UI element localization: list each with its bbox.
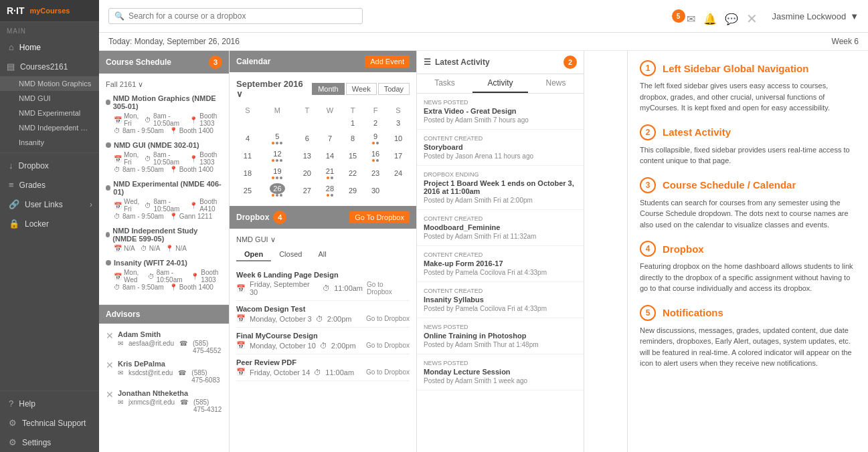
cal-day-cell[interactable]: 30 (364, 182, 387, 199)
calendar-grid: S M T W T F S 12345678910111213 (236, 104, 410, 199)
cal-day-cell[interactable]: 29 (341, 182, 364, 199)
cal-day-cell[interactable]: 24 (387, 164, 410, 182)
cal-month-btn[interactable]: Month (312, 83, 345, 95)
cal-today-btn[interactable]: Today (378, 83, 410, 95)
dropbox-link-3[interactable]: Go to Dropbox (366, 368, 410, 376)
user-info[interactable]: Jasmine Lockwood ▼ (772, 11, 859, 21)
sidebar-course-experimental[interactable]: NMD Experimental (0, 106, 99, 120)
cal-day-cell[interactable]: 11 (236, 147, 259, 164)
cal-day-cell[interactable]: 6 (296, 130, 319, 147)
advisor-email-0: aesfaa@rit.edu (128, 340, 174, 354)
sidebar-settings-label: Settings (22, 438, 51, 447)
cal-week-btn[interactable]: Week (346, 83, 377, 95)
help-title-4: 4 Dropbox (640, 241, 856, 257)
help-title-text-2: Latest Activity (663, 126, 731, 138)
activity-tab-news[interactable]: News (528, 74, 584, 93)
dropbox-course-select[interactable]: NMD GUI ∨ (236, 235, 410, 244)
help-title-1: 1 Left Sidebar Global Navigation (640, 60, 856, 76)
activity-tab-tasks[interactable]: Tasks (417, 74, 472, 93)
cal-day-cell[interactable]: 16 (364, 147, 387, 164)
sidebar-locker-label: Locker (25, 219, 49, 229)
left-sidebar: R·IT myCourses MAIN ⌂ Home ▤ Courses 216… (0, 0, 99, 452)
cal-day-cell[interactable]: 5 (259, 130, 296, 147)
course-loc2-0: 📍Booth 1400 (169, 127, 213, 134)
sidebar-course-insanity[interactable]: Insanity (0, 135, 99, 150)
cal-month-year[interactable]: September 2016 ∨ (236, 79, 312, 99)
help-title-text-5: Notifications (663, 307, 723, 318)
sidebar-course-gui[interactable]: NMD GUI (0, 91, 99, 106)
cal-day-cell[interactable]: 10 (387, 130, 410, 147)
dropbox-tab-all[interactable]: All (310, 248, 334, 261)
help-text-2: This collapsible, fixed sidebar provides… (640, 144, 856, 166)
courses-icon: ▤ (7, 62, 15, 72)
cal-day-cell[interactable]: 1 (341, 116, 364, 130)
dropbox-title: Dropbox (236, 213, 269, 222)
dropbox-item-name-3: Peer Review PDF (236, 358, 410, 366)
semester-dropdown[interactable]: Fall 2161 ∨ (106, 80, 222, 89)
course-days-0: 📅Mon, Fri (114, 112, 139, 127)
user-name: Jasmine Lockwood (772, 11, 847, 21)
step3-bubble: 3 (209, 55, 222, 69)
search-box[interactable]: 🔍 (108, 8, 363, 24)
cal-day-cell[interactable]: 28 (319, 182, 341, 199)
close-nav-icon[interactable]: ✕ (746, 11, 758, 27)
cal-day-cell[interactable]: 13 (296, 147, 319, 164)
dropbox-link-0[interactable]: Go to Dropbox (367, 281, 410, 296)
cal-day-cell[interactable]: 17 (387, 147, 410, 164)
cal-day-cell[interactable]: 3 (387, 116, 410, 130)
cal-day-cell[interactable]: 15 (341, 147, 364, 164)
dropbox-tab-open[interactable]: Open (236, 248, 271, 261)
dropbox-link-2[interactable]: Go to Dropbox (366, 342, 410, 349)
locker-icon: 🔒 (9, 219, 19, 229)
sidebar-item-courses[interactable]: ▤ Courses 2161 (0, 57, 99, 76)
add-event-button[interactable]: Add Event (365, 55, 410, 68)
dropbox-tab-closed[interactable]: Closed (271, 248, 310, 261)
advisors-header: Advisors (99, 305, 229, 324)
cal-day-cell[interactable]: 26 (259, 182, 296, 199)
dropbox-link-1[interactable]: Go to Dropbox (366, 315, 410, 322)
search-input[interactable] (128, 11, 357, 21)
sidebar-item-settings[interactable]: ⚙ Settings (0, 433, 99, 452)
activity-item-4: Content Created Make-up Form 2016-17 Pos… (417, 246, 584, 282)
cal-day-cell[interactable]: 12 (259, 147, 296, 164)
chat-icon[interactable]: 💬 (725, 13, 738, 25)
cal-day-cell[interactable]: 21 (319, 164, 341, 182)
cal-day-cell[interactable]: 14 (319, 147, 341, 164)
cal-day-cell[interactable]: 9 (364, 130, 387, 147)
sidebar-item-home[interactable]: ⌂ Home (0, 37, 99, 57)
help-section-4: 4 Dropbox Featuring dropbox on the home … (640, 241, 856, 294)
sidebar-item-dropbox[interactable]: ↓ Dropbox (0, 156, 99, 175)
go-to-dropbox-button[interactable]: Go To Dropbox (349, 211, 410, 223)
sidebar-item-help[interactable]: ? Help (0, 394, 99, 413)
mail-icon[interactable]: ✉ (687, 13, 695, 25)
cal-day-t1: T (296, 104, 319, 116)
activity-tab-activity[interactable]: Activity (472, 74, 528, 93)
cal-day-cell[interactable]: 2 (364, 116, 387, 130)
cal-day-cell[interactable]: 18 (236, 164, 259, 182)
sidebar-item-technical-support[interactable]: ⚙ Technical Support (0, 413, 99, 433)
cal-day-cell[interactable]: 25 (236, 182, 259, 199)
cal-day-cell[interactable]: 23 (364, 164, 387, 182)
cal-day-cell[interactable]: 20 (296, 164, 319, 182)
sidebar-course-independent-study[interactable]: NMD Independent Study (0, 120, 99, 135)
activity-title-5: Insanity Syllabus (424, 296, 577, 304)
cal-day-cell[interactable]: 8 (341, 130, 364, 147)
cal-day-cell[interactable]: 27 (296, 182, 319, 199)
cal-day-cell[interactable]: 7 (319, 130, 341, 147)
bell-icon[interactable]: 🔔 (703, 13, 717, 25)
cal-day-cell[interactable]: 22 (341, 164, 364, 182)
cal-day-cell[interactable]: 19 (259, 164, 296, 182)
home-icon: ⌂ (9, 42, 14, 52)
sidebar-logo: R·IT myCourses (0, 0, 99, 22)
sidebar-item-grades[interactable]: ≡ Grades (0, 175, 99, 195)
course-dot (106, 100, 110, 105)
dropbox-tabs: Open Closed All (236, 248, 410, 261)
dropbox-date-1: Monday, October 3 (250, 315, 312, 323)
sidebar-course-motion-graphics[interactable]: NMD Motion Graphics (0, 76, 99, 91)
sidebar-item-user-links[interactable]: 🔗 User Links › (0, 195, 99, 214)
cal-day-cell[interactable]: 4 (236, 130, 259, 147)
activity-meta-1: Posted by Jason Arena 11 hours ago (424, 152, 577, 160)
step5-bubble: 5 (672, 9, 685, 23)
step4-bubble: 4 (273, 211, 286, 224)
sidebar-item-locker[interactable]: 🔒 Locker (0, 214, 99, 233)
